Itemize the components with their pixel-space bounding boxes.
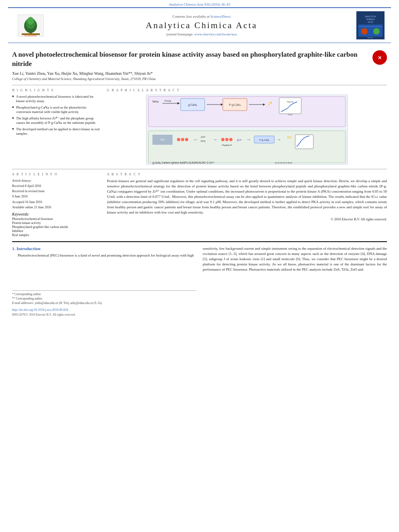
graphical-abstract-title: G R A P H I C A L A B S T R A C T: [107, 88, 387, 92]
accepted-date: Accepted 16 June 2016: [12, 200, 101, 204]
revised-date: 9 June 2016: [12, 194, 101, 199]
abstract-text: Protein kinases are general and signific…: [107, 179, 387, 222]
svg-text:g-C₃N₄  Carbon sphere  AuNPs  : g-C₃N₄ Carbon sphere AuNPs GLEARLRLRC O …: [152, 161, 215, 164]
svg-text:ACTA: ACTA: [368, 21, 374, 23]
cover-svg: ANALYTICA CHIMICA ACTA Elsevier: [356, 11, 385, 39]
highlight-item-1: A novel photoelectrochemical biosensor i…: [12, 94, 101, 103]
journal-ref-text: Analytica Chimica Acta 934 (2016) 36–43: [169, 2, 230, 6]
svg-point-45: [221, 138, 224, 141]
svg-text:PKA: PKA: [201, 140, 206, 142]
svg-point-13: [361, 28, 368, 35]
svg-text:P-g-C₃N₄: P-g-C₃N₄: [229, 103, 241, 107]
svg-text:↗: ↗: [267, 100, 272, 107]
svg-point-38: [177, 138, 180, 141]
keyword-5: Real samples: [12, 233, 101, 237]
graphical-abstract-image: NH₃ POCl₃ g-C₃N₄ P-g-C₃N₄: [107, 94, 387, 165]
journal-center: Contents lists available at ScienceDirec…: [47, 14, 356, 36]
keyword-2: Protein kinase activity: [12, 221, 101, 225]
highlights-list: A novel photoelectrochemical biosensor i…: [12, 94, 101, 136]
journal-homepage: journal homepage: www.elsevier.com/locat…: [47, 32, 356, 36]
intro-right-text: sensitivity, low background current and …: [203, 246, 387, 272]
svg-point-4: [27, 17, 34, 25]
available-date: Available online 21 June 2016: [12, 205, 101, 210]
svg-text:ITO: ITO: [160, 138, 165, 141]
keyword-4: Inhibitor: [12, 229, 101, 233]
affiliation: College of Chemistry and Material Scienc…: [12, 77, 387, 81]
abstract-title: A B S T R A C T: [107, 173, 387, 176]
svg-text:→: →: [246, 137, 251, 142]
footnote-double-star: ** Corresponding author.: [12, 297, 196, 300]
body-divider: [12, 241, 387, 242]
svg-text:P-g-C₃N₄: P-g-C₃N₄: [259, 139, 269, 141]
graphical-abstract-column: G R A P H I C A L A B S T R A C T NH₃ PO…: [107, 88, 387, 165]
svg-text:Zr⁴⁺: Zr⁴⁺: [237, 139, 243, 142]
journal-header: ELSEVIER Contents lists available at Sci…: [8, 7, 391, 43]
history-label: Article history:: [12, 179, 101, 183]
svg-text:ELSEVIER: ELSEVIER: [25, 34, 37, 37]
highlights-title: H I G H L I G H T S: [12, 88, 101, 92]
svg-point-39: [181, 138, 184, 141]
keywords-section: Keywords: Photoelectrochemical biosensor…: [12, 212, 101, 237]
footnote-emails: E-mail addresses: yinhs@sdau.edu.cn (H. …: [12, 301, 196, 305]
svg-text:hν: hν: [287, 135, 292, 140]
article-title-section: A novel photoelectrochemical biosensor f…: [12, 47, 387, 69]
intro-heading: 1. Introduction: [12, 246, 196, 251]
svg-text:→: →: [213, 137, 218, 142]
divider-1: [12, 85, 387, 85]
article-info-title: A R T I C L E I N F O: [12, 173, 101, 176]
svg-point-40: [185, 138, 188, 141]
svg-text:NH₃: NH₃: [152, 100, 158, 103]
elsevier-logo: ELSEVIER: [14, 14, 47, 37]
highlight-item-2: Phosphorylated g-C₃N₄ is used as the pho…: [12, 105, 101, 114]
crossmark-badge[interactable]: ✕: [372, 50, 387, 65]
doi-section: http://dx.doi.org/10.1016/j.aca.2016.06.…: [12, 307, 196, 312]
svg-text:→: →: [193, 137, 197, 142]
svg-text:Signal: Signal: [287, 101, 294, 103]
elsevier-tree-icon: ELSEVIER: [18, 14, 44, 37]
introduction-section: 1. Introduction Photoelectrochemical (PE…: [12, 246, 387, 316]
svg-text:✕: ✕: [378, 55, 382, 61]
received-date: Received 8 April 2016: [12, 184, 101, 188]
article-title: A novel photoelectrochemical biosensor f…: [12, 50, 368, 69]
introduction-left: 1. Introduction Photoelectrochemical (PE…: [12, 246, 196, 316]
svg-point-14: [373, 28, 380, 35]
keyword-1: Photoelectrochemical biosensor: [12, 217, 101, 221]
svg-text:Time: Time: [287, 113, 293, 116]
svg-text:POCl₃: POCl₃: [165, 100, 171, 102]
footnote-star: * Corresponding author.: [12, 292, 196, 296]
svg-text:Elsevier: Elsevier: [368, 37, 374, 39]
highlights-column: H I G H L I G H T S A novel photoelectro…: [12, 88, 101, 165]
highlights-graphical-section: H I G H L I G H T S A novel photoelectro…: [12, 88, 387, 165]
svg-point-46: [225, 138, 228, 141]
received-revised-label: Received in revised form: [12, 189, 101, 193]
svg-text:ANALYTICA: ANALYTICA: [365, 15, 376, 18]
sciencedirect-link: Contents lists available at ScienceDirec…: [47, 14, 356, 18]
svg-text:ATP: ATP: [201, 136, 205, 138]
svg-text:→: →: [276, 137, 281, 142]
highlight-item-3: The high affinity between Zr⁴⁺ and the p…: [12, 116, 101, 125]
copyright-text: © 2016 Elsevier B.V. All rights reserved…: [107, 217, 387, 222]
keywords-label: Keywords:: [12, 212, 101, 216]
graphical-abstract-svg: NH₃ POCl₃ g-C₃N₄ P-g-C₃N₄: [107, 94, 387, 165]
info-abstract-section: A R T I C L E I N F O Article history: R…: [12, 173, 387, 237]
svg-text:CHIMICA: CHIMICA: [366, 18, 375, 21]
journal-title: Analytica Chimica Acta: [47, 20, 356, 31]
introduction-right: sensitivity, low background current and …: [203, 246, 387, 316]
journal-reference: Analytica Chimica Acta 934 (2016) 36–43: [0, 0, 399, 7]
intro-left-text: Photoelectrochemical (PEC) biosensor is …: [12, 253, 196, 258]
article-history: Article history: Received 8 April 2016 R…: [12, 179, 101, 210]
svg-point-47: [229, 138, 232, 141]
issn-text: 0003-2670/© 2016 Elsevier B.V. All right…: [12, 313, 196, 316]
journal-cover-image: ANALYTICA CHIMICA ACTA Elsevier: [356, 11, 385, 39]
homepage-url[interactable]: www.elsevier.com/locate/aca: [194, 32, 237, 36]
authors: Xue Li, Yunlei Zhou, Yan Xu, Huijie Xu, …: [12, 71, 387, 76]
footnote-section: * Corresponding author. ** Corresponding…: [12, 290, 196, 305]
doi-link[interactable]: http://dx.doi.org/10.1016/j.aca.2016.06.…: [12, 308, 68, 312]
page: Analytica Chimica Acta 934 (2016) 36–43 …: [0, 0, 399, 532]
svg-text:O   O   O   O   O   N   O: O O O O O N O: [275, 162, 292, 164]
svg-text:Peptide-P: Peptide-P: [222, 144, 232, 146]
crossmark-icon: ✕: [374, 51, 386, 64]
main-content: A novel photoelectrochemical biosensor f…: [0, 43, 399, 320]
svg-rect-55: [295, 135, 313, 149]
keyword-3: Phosphorylated graphite-like carbon nitr…: [12, 225, 101, 229]
